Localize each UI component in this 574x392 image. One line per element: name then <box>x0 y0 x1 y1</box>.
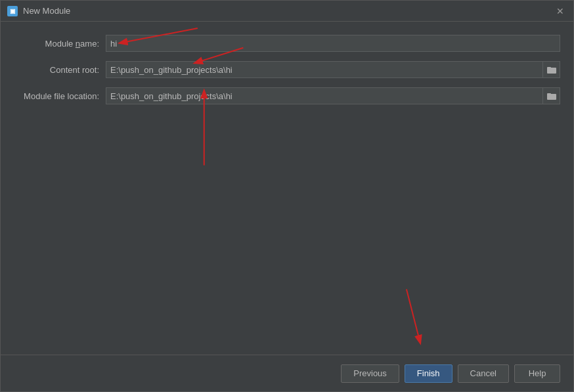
cancel-button[interactable]: Cancel <box>458 364 509 383</box>
module-name-row: Module name: <box>14 35 560 52</box>
help-button[interactable]: Help <box>514 364 560 383</box>
dialog-title: New Module <box>23 6 70 16</box>
title-bar: ▣ New Module ✕ <box>1 1 573 22</box>
previous-button[interactable]: Previous <box>341 364 399 383</box>
folder-icon <box>547 66 556 74</box>
module-name-input-wrap <box>106 35 560 52</box>
module-file-location-row: Module file location: <box>14 87 560 104</box>
svg-rect-1 <box>547 67 551 69</box>
finish-button[interactable]: Finish <box>405 364 453 383</box>
close-button[interactable]: ✕ <box>554 5 567 18</box>
svg-line-8 <box>407 290 420 341</box>
module-name-input[interactable] <box>106 35 560 52</box>
module-file-location-input-wrap <box>106 87 560 104</box>
dialog-footer: Previous Finish Cancel Help <box>1 355 573 391</box>
module-file-location-input[interactable] <box>106 87 543 104</box>
content-root-row: Content root: <box>14 61 560 78</box>
module-file-location-browse-button[interactable] <box>543 87 560 104</box>
app-icon: ▣ <box>7 6 18 16</box>
new-module-dialog: ▣ New Module ✕ Module name: Content root… <box>0 0 574 392</box>
module-file-location-label: Module file location: <box>14 91 106 101</box>
title-bar-left: ▣ New Module <box>7 6 70 16</box>
svg-rect-3 <box>547 93 551 95</box>
folder-icon-2 <box>547 92 556 100</box>
content-root-input[interactable] <box>106 61 543 78</box>
content-root-browse-button[interactable] <box>543 61 560 78</box>
dialog-content: Module name: Content root: Module fil <box>1 22 573 355</box>
content-root-input-wrap <box>106 61 560 78</box>
module-name-label: Module name: <box>14 39 106 49</box>
content-root-label: Content root: <box>14 65 106 75</box>
